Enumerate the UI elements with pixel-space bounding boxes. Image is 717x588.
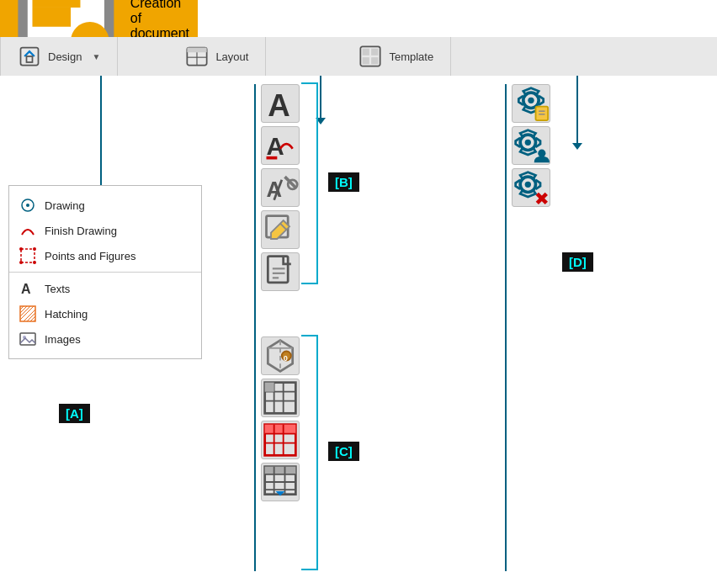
bracket-c — [301, 335, 318, 570]
svg-rect-32 — [20, 333, 35, 345]
hatching-label: Hatching — [45, 308, 88, 320]
template-vertical-line — [505, 84, 507, 571]
tmpl-2-btn[interactable] — [512, 126, 550, 165]
images-label: Images — [45, 333, 81, 346]
svg-rect-12 — [372, 49, 379, 56]
text-style-btn[interactable]: A — [261, 126, 300, 165]
content-area: Drawing Finish Drawing Point — [0, 76, 717, 588]
doc-lines-btn[interactable] — [261, 252, 300, 291]
label-b: [B] — [328, 172, 359, 192]
points-figures-icon — [19, 247, 36, 264]
svg-rect-13 — [363, 57, 369, 64]
images-item[interactable]: Images — [9, 326, 201, 352]
svg-rect-59 — [265, 467, 296, 474]
table3-btn[interactable] — [261, 463, 300, 501]
svg-point-18 — [19, 247, 23, 251]
finish-drawing-label: Finish Drawing — [45, 225, 117, 237]
tab-design-label: Design — [48, 50, 82, 63]
svg-rect-14 — [372, 57, 379, 64]
points-figures-item[interactable]: Points and Figures — [9, 243, 201, 268]
images-icon — [19, 331, 36, 347]
title-bar: Creation of document — [0, 0, 198, 37]
layout-arrow — [320, 76, 321, 118]
svg-rect-7 — [188, 48, 207, 53]
label-d: [D] — [562, 252, 593, 272]
template-arrow — [576, 76, 578, 143]
drawing-label: Drawing — [45, 199, 85, 212]
template-group-d — [512, 84, 550, 207]
svg-point-73 — [538, 150, 545, 157]
svg-text:0: 0 — [284, 354, 288, 363]
finish-drawing-item[interactable]: Finish Drawing — [9, 218, 201, 243]
svg-rect-1 — [37, 0, 76, 3]
svg-point-72 — [525, 140, 531, 146]
layout-icon — [185, 45, 209, 68]
text-tool-btn[interactable]: A — [261, 168, 300, 207]
svg-rect-2 — [37, 12, 66, 21]
title-text: Creation of document — [130, 0, 189, 41]
tab-bar: Design ▼ Layout Template — [0, 37, 717, 76]
layout-group-b: A A A — [261, 84, 300, 291]
label-a: [A] — [59, 404, 90, 423]
tab-layout[interactable]: Layout — [168, 37, 266, 76]
svg-rect-5 — [27, 56, 33, 62]
svg-rect-17 — [21, 249, 35, 262]
points-figures-label: Points and Figures — [45, 250, 135, 262]
layout-group-c: 0 — [261, 336, 300, 501]
table2-btn[interactable] — [261, 421, 300, 459]
svg-point-67 — [528, 98, 534, 103]
tab-template[interactable]: Template — [342, 37, 451, 76]
hatching-item[interactable]: Hatching — [9, 301, 201, 326]
tab-layout-label: Layout — [215, 50, 248, 63]
svg-point-75 — [525, 182, 531, 188]
texts-label: Texts — [45, 283, 70, 295]
svg-rect-68 — [536, 107, 549, 121]
drawing-item[interactable]: Drawing — [9, 193, 201, 218]
tmpl-1-btn[interactable] — [512, 84, 550, 123]
drawing-icon — [19, 197, 36, 214]
template-icon — [358, 45, 382, 68]
svg-point-20 — [19, 261, 23, 264]
design-arrow — [100, 76, 102, 185]
hatching-icon — [19, 305, 36, 322]
label-c: [C] — [328, 442, 359, 461]
panel-divider — [9, 272, 201, 273]
finish-drawing-icon — [19, 222, 36, 239]
svg-rect-53 — [265, 425, 296, 434]
text-insert-btn[interactable]: A — [261, 84, 300, 123]
box-item-btn[interactable]: 0 — [261, 336, 300, 375]
svg-rect-11 — [363, 49, 369, 56]
svg-point-16 — [26, 204, 29, 207]
table1-btn[interactable] — [261, 379, 300, 417]
design-icon — [18, 45, 41, 68]
texts-item[interactable]: A Texts — [9, 276, 201, 301]
tab-template-label: Template — [389, 50, 433, 63]
design-dropdown-arrow: ▼ — [92, 52, 100, 61]
svg-point-19 — [33, 247, 36, 251]
edit-pen-btn[interactable] — [261, 210, 300, 249]
design-panel: Drawing Finish Drawing Point — [8, 185, 202, 359]
svg-text:A: A — [21, 282, 31, 296]
tmpl-3-btn[interactable] — [512, 168, 550, 207]
texts-icon: A — [19, 280, 36, 297]
tab-design[interactable]: Design ▼ — [0, 37, 118, 76]
layout-vertical-line — [254, 84, 256, 571]
svg-rect-51 — [265, 383, 274, 392]
svg-text:A: A — [268, 88, 289, 122]
bracket-b — [301, 82, 318, 284]
svg-line-25 — [20, 306, 27, 313]
svg-point-21 — [33, 261, 36, 264]
